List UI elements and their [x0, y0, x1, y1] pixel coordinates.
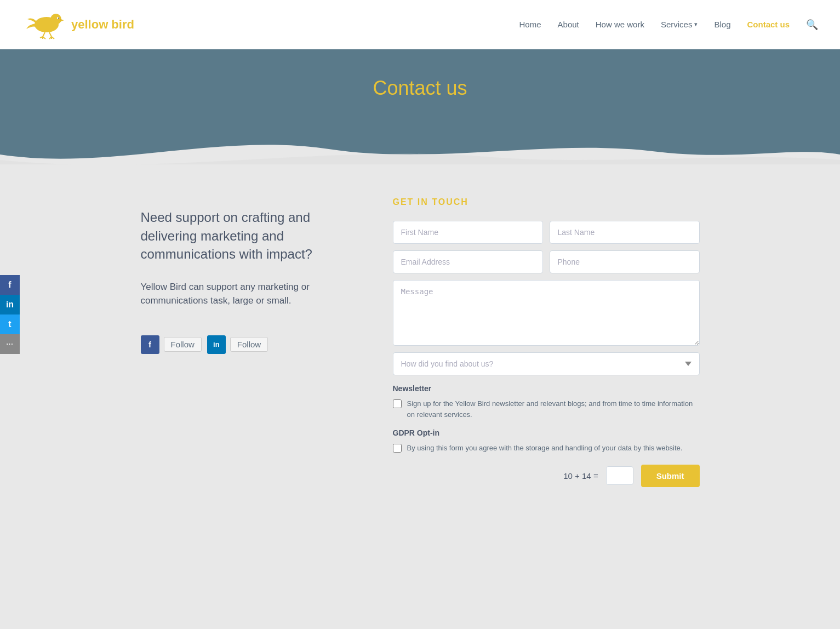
search-icon[interactable]: 🔍 [806, 19, 818, 31]
more-icon: ··· [6, 340, 13, 348]
hero-title: Contact us [0, 77, 840, 100]
nav-contact-us[interactable]: Contact us [747, 20, 790, 29]
submit-row: 10 + 14 = Submit [393, 465, 700, 487]
last-name-input[interactable] [550, 221, 700, 244]
gdpr-section: GDPR Opt-in By using this form you agree… [393, 428, 700, 454]
content-wrapper: Need support on crafting and delivering … [119, 197, 722, 487]
facebook-follow-btn[interactable]: f Follow [141, 335, 202, 354]
gdpr-checkbox[interactable] [393, 444, 402, 453]
gdpr-checkbox-label: By using this form you agree with the st… [407, 443, 683, 454]
email-input[interactable] [393, 250, 543, 273]
linkedin-icon: in [207, 335, 226, 354]
nav-home[interactable]: Home [519, 20, 541, 29]
newsletter-checkbox-label: Sign up for the Yellow Bird newsletter a… [407, 398, 700, 420]
header: yellow bird Home About How we work Servi… [0, 0, 840, 49]
left-panel: Need support on crafting and delivering … [141, 197, 349, 487]
facebook-follow-label: Follow [164, 337, 202, 352]
linkedin-icon: in [6, 300, 14, 310]
float-linkedin-btn[interactable]: in [0, 295, 20, 314]
linkedin-follow-btn[interactable]: in Follow [207, 335, 268, 354]
contact-form-panel: GET IN TOUCH How did you find about us? … [393, 197, 700, 487]
newsletter-checkbox-row: Sign up for the Yellow Bird newsletter a… [393, 398, 700, 420]
form-title: GET IN TOUCH [393, 197, 700, 207]
social-follow-buttons: f Follow in Follow [141, 335, 349, 354]
twitter-icon: t [8, 319, 11, 329]
name-row [393, 221, 700, 244]
main-nav: Home About How we work Services Blog Con… [519, 19, 818, 31]
nav-services[interactable]: Services [661, 20, 698, 29]
phone-input[interactable] [550, 250, 700, 273]
contact-row [393, 250, 700, 273]
nav-blog[interactable]: Blog [714, 20, 730, 29]
tagline-text: Need support on crafting and delivering … [141, 208, 349, 264]
main-content: Need support on crafting and delivering … [0, 164, 840, 531]
hero-banner: Contact us [0, 49, 840, 164]
captcha-input[interactable] [606, 466, 633, 485]
svg-line-4 [43, 32, 45, 37]
logo-text: yellow bird [71, 18, 134, 32]
nav-how-we-work[interactable]: How we work [596, 20, 644, 29]
newsletter-section: Newsletter Sign up for the Yellow Bird n… [393, 384, 700, 420]
logo-area: yellow bird [22, 8, 134, 41]
gdpr-checkbox-row: By using this form you agree with the st… [393, 443, 700, 454]
svg-line-8 [49, 32, 52, 37]
float-more-btn[interactable]: ··· [0, 334, 20, 354]
hero-wave-divider [0, 122, 840, 164]
newsletter-checkbox[interactable] [393, 399, 402, 408]
float-twitter-btn[interactable]: t [0, 314, 20, 334]
nav-about[interactable]: About [558, 20, 579, 29]
sub-text: Yellow Bird can support any marketing or… [141, 280, 349, 308]
svg-point-3 [58, 18, 59, 19]
submit-button[interactable]: Submit [641, 465, 700, 487]
floating-social-sidebar: f in t ··· [0, 275, 20, 354]
logo-bird-icon [22, 8, 66, 41]
gdpr-label: GDPR Opt-in [393, 428, 700, 437]
svg-point-1 [50, 14, 61, 25]
facebook-icon: f [8, 280, 11, 290]
how-find-select[interactable]: How did you find about us? Google Referr… [393, 352, 700, 375]
newsletter-label: Newsletter [393, 384, 700, 393]
linkedin-follow-label: Follow [230, 337, 268, 352]
float-facebook-btn[interactable]: f [0, 275, 20, 295]
message-textarea[interactable] [393, 280, 700, 346]
facebook-icon: f [141, 335, 159, 354]
first-name-input[interactable] [393, 221, 543, 244]
captcha-equation: 10 + 14 = [563, 471, 598, 481]
